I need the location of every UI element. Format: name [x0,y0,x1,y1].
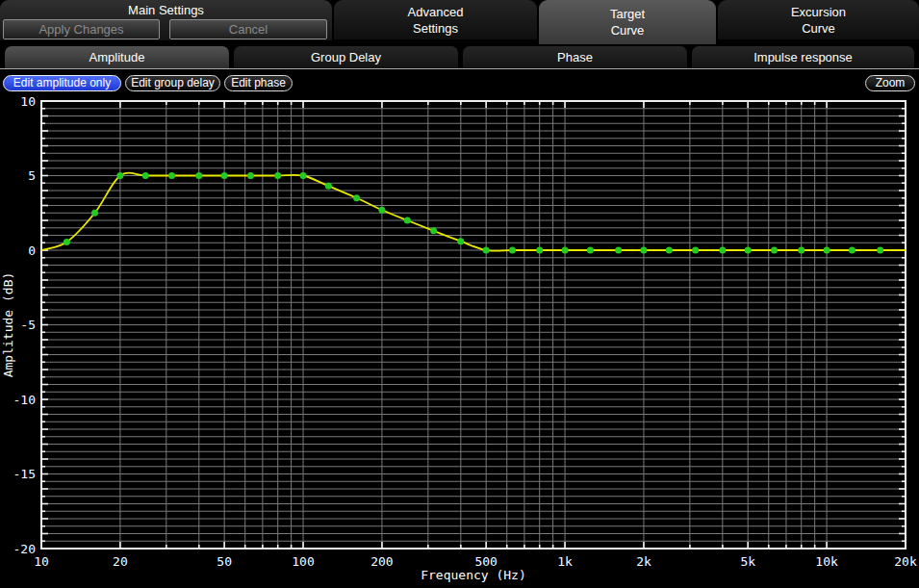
curve-point[interactable] [849,247,855,254]
curve-point[interactable] [877,247,883,254]
curve-point[interactable] [142,172,149,179]
chart-grid [41,101,906,549]
x-axis-title: Frequency (Hz) [421,568,526,582]
curve-point[interactable] [798,247,804,254]
curve-point[interactable] [457,238,464,244]
curve-point[interactable] [195,172,202,179]
tab-amplitude[interactable]: Amplitude [5,46,229,68]
svg-text:20: 20 [113,554,128,569]
curve-point[interactable] [91,210,98,217]
svg-text:5k: 5k [740,554,755,569]
zoom-button[interactable]: Zoom [865,75,915,91]
curve-point[interactable] [666,247,673,254]
curve-point[interactable] [509,247,516,254]
tab-advanced-settings[interactable]: Advanced Settings [334,0,537,39]
main-settings-title: Main Settings [0,3,332,17]
tab-excursion-curve[interactable]: Excursion Curve [718,0,919,39]
curve-point[interactable] [64,239,70,245]
svg-text:2k: 2k [636,554,651,569]
svg-text:10k: 10k [815,554,838,569]
curve-point[interactable] [378,207,385,214]
tab-impulse-response[interactable]: Impulse response [692,46,914,68]
svg-text:5: 5 [28,168,36,183]
main-settings-panel: Main Settings Apply Changes Cancel [0,0,332,40]
svg-text:500: 500 [474,554,497,569]
svg-text:200: 200 [370,554,393,569]
svg-text:10: 10 [34,554,49,569]
tab-target-curve[interactable]: Target Curve [539,0,716,44]
curve-point[interactable] [562,247,569,254]
svg-text:10: 10 [20,94,36,109]
curve-point[interactable] [221,172,228,179]
tab-phase[interactable]: Phase [463,46,687,68]
curve-point[interactable] [300,172,307,179]
svg-text:-10: -10 [13,393,36,407]
main-tab-bar: Main Settings Apply Changes Cancel Advan… [0,0,919,45]
axis-labels: 1050-5-10-15-201020501002005001k2k5k10k2… [1,94,917,583]
view-tab-bar: Amplitude Group Delay Phase Impulse resp… [0,46,919,70]
curve-point[interactable] [116,172,123,179]
curve-point[interactable] [824,247,830,254]
edit-phase-button[interactable]: Edit phase [224,75,293,91]
tab-group-delay[interactable]: Group Delay [234,46,458,68]
curve-point[interactable] [692,247,699,254]
tab-baseline [0,68,919,69]
curve-point[interactable] [536,247,543,254]
curve-point[interactable] [274,172,281,179]
y-axis-title: Amplitude (dB) [1,272,15,378]
amplitude-plot[interactable]: 1050-5-10-15-201020501002005001k2k5k10k2… [0,91,919,588]
edit-group-delay-button[interactable]: Edit group delay [125,75,220,91]
curve-point[interactable] [615,247,622,254]
svg-text:20k: 20k [894,554,917,569]
curve-point[interactable] [719,247,726,254]
curve-point[interactable] [640,247,647,254]
curve-point[interactable] [771,247,778,254]
curve-point[interactable] [430,227,437,234]
edit-amplitude-only-button[interactable]: Edit amplitude only [3,75,121,91]
curve-point[interactable] [587,247,594,254]
target-curve-chart[interactable]: 1050-5-10-15-201020501002005001k2k5k10k2… [0,91,919,588]
svg-text:1k: 1k [557,554,573,569]
svg-text:-15: -15 [13,467,36,481]
svg-text:-5: -5 [20,318,36,332]
curve-point[interactable] [168,172,175,179]
target-curve-line [41,173,906,251]
curve-point[interactable] [745,247,752,254]
cancel-button[interactable]: Cancel [169,19,327,39]
edit-toolbar: Edit amplitude only Edit group delay Edi… [0,70,919,91]
curve-point[interactable] [353,194,360,201]
svg-text:50: 50 [217,554,232,569]
svg-text:100: 100 [292,554,314,569]
svg-text:0: 0 [28,243,36,258]
curve-point[interactable] [483,247,490,254]
curve-point[interactable] [325,183,332,190]
svg-text:-20: -20 [13,542,36,556]
apply-changes-button[interactable]: Apply Changes [3,19,160,39]
curve-point[interactable] [404,217,411,224]
curve-point[interactable] [247,172,254,179]
